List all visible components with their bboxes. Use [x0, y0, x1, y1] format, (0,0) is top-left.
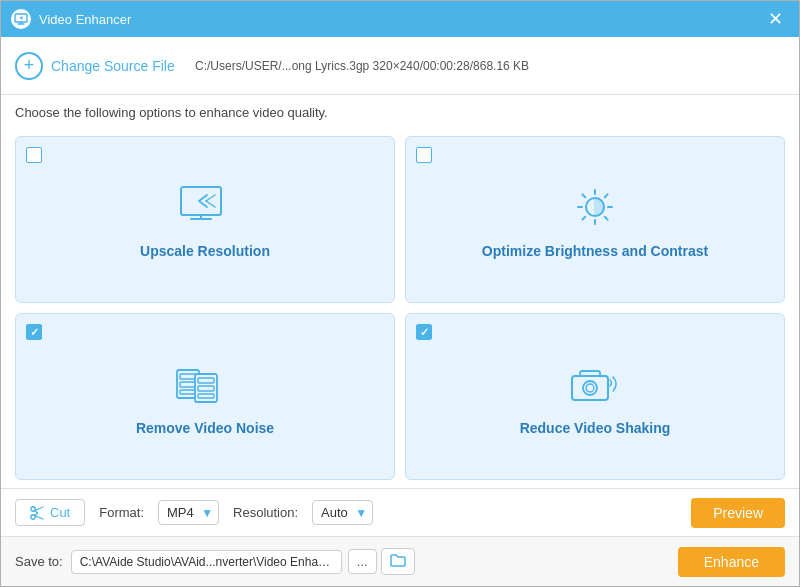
add-icon: +: [15, 52, 43, 80]
option-noise: Remove Video Noise: [15, 313, 395, 480]
format-select[interactable]: MP4: [158, 500, 219, 525]
preview-button[interactable]: Preview: [691, 498, 785, 528]
svg-rect-1: [181, 187, 221, 215]
svg-line-2: [206, 195, 215, 201]
save-dots-button[interactable]: ...: [348, 549, 377, 574]
camera-icon: [565, 360, 625, 410]
resolution-select-wrapper: Auto ▼: [312, 500, 373, 525]
film-icon: [175, 360, 235, 410]
resolution-label: Resolution:: [233, 505, 298, 520]
instruction-text: Choose the following options to enhance …: [1, 95, 799, 128]
svg-line-27: [35, 515, 43, 519]
title-bar: Video Enhancer ✕: [1, 1, 799, 37]
svg-line-9: [582, 194, 585, 197]
upscale-checkbox[interactable]: [26, 147, 42, 163]
shaking-label: Reduce Video Shaking: [520, 420, 671, 436]
svg-rect-21: [572, 376, 608, 400]
upscale-label: Upscale Resolution: [140, 243, 270, 259]
video-enhancer-window: Video Enhancer ✕ + Change Source File C:…: [0, 0, 800, 587]
cut-button[interactable]: Cut: [15, 499, 85, 526]
toolbar: Cut Format: MP4 ▼ Resolution: Auto ▼ Pre…: [1, 488, 799, 536]
svg-line-12: [582, 216, 585, 219]
svg-line-10: [605, 216, 608, 219]
window-title: Video Enhancer: [39, 12, 761, 27]
change-source-button[interactable]: + Change Source File: [15, 52, 175, 80]
svg-line-29: [35, 513, 38, 516]
brightness-checkbox[interactable]: [416, 147, 432, 163]
save-bar: Save to: C:\AVAide Studio\AVAid...nverte…: [1, 536, 799, 586]
enhance-button[interactable]: Enhance: [678, 547, 785, 577]
save-folder-button[interactable]: [381, 548, 415, 575]
source-bar: + Change Source File C:/Users/USER/...on…: [1, 37, 799, 95]
sun-icon: [565, 183, 625, 233]
svg-line-11: [605, 194, 608, 197]
noise-checkbox[interactable]: [26, 324, 42, 340]
folder-icon: [390, 553, 406, 567]
svg-line-3: [206, 201, 215, 207]
svg-point-23: [586, 384, 594, 392]
shaking-checkbox[interactable]: [416, 324, 432, 340]
brightness-label: Optimize Brightness and Contrast: [482, 243, 708, 259]
format-select-wrapper: MP4 ▼: [158, 500, 219, 525]
source-file-info: C:/Users/USER/...ong Lyrics.3gp 320×240/…: [195, 59, 529, 73]
svg-rect-14: [180, 374, 196, 379]
option-brightness: Optimize Brightness and Contrast: [405, 136, 785, 303]
resolution-select[interactable]: Auto: [312, 500, 373, 525]
svg-point-22: [583, 381, 597, 395]
svg-rect-15: [180, 382, 196, 387]
close-button[interactable]: ✕: [761, 5, 789, 33]
app-icon: [11, 9, 31, 29]
option-upscale: Upscale Resolution: [15, 136, 395, 303]
svg-line-26: [35, 507, 43, 511]
save-path: C:\AVAide Studio\AVAid...nverter\Video E…: [71, 550, 342, 574]
cut-label: Cut: [50, 505, 70, 520]
noise-label: Remove Video Noise: [136, 420, 274, 436]
options-grid: Upscale Resolution Optimize B: [1, 128, 799, 488]
scissors-icon: [30, 506, 44, 520]
svg-rect-16: [180, 390, 196, 394]
option-shaking: Reduce Video Shaking: [405, 313, 785, 480]
source-add-label: Change Source File: [51, 58, 175, 74]
monitor-icon: [175, 183, 235, 233]
format-label: Format:: [99, 505, 144, 520]
save-label: Save to:: [15, 554, 63, 569]
